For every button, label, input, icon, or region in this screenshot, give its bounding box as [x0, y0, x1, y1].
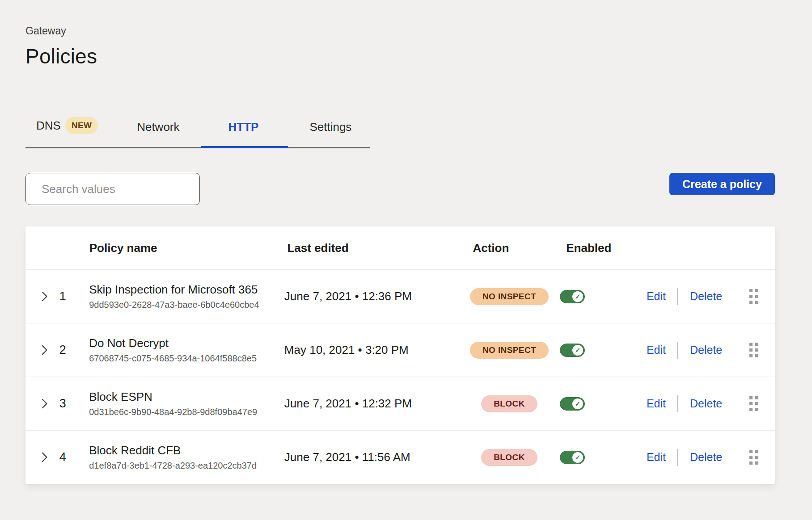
expand-row-button[interactable] — [42, 345, 48, 355]
last-edited: June 7, 2021 • 11:56 AM — [284, 450, 429, 464]
new-badge: NEW — [65, 117, 98, 134]
row-index: 3 — [59, 397, 68, 411]
policy-uuid: 9dd593e0-2628-47a3-baee-6b0c4e60cbe4 — [89, 300, 266, 310]
policy-uuid: 0d31be6c-9b90-48a4-92b8-9d8f09ba47e9 — [89, 407, 266, 417]
expand-row-button[interactable] — [42, 291, 48, 302]
tab-network-label: Network — [137, 120, 179, 134]
check-icon: ✓ — [575, 400, 581, 407]
drag-handle-icon[interactable] — [749, 289, 758, 304]
tab-settings[interactable]: Settings — [309, 120, 351, 147]
search-icon — [34, 183, 34, 195]
edit-link[interactable]: Edit — [647, 397, 666, 410]
edit-link[interactable]: Edit — [647, 344, 666, 356]
last-edited: June 7, 2021 • 12:32 PM — [284, 397, 429, 411]
enabled-toggle[interactable]: ✓ — [560, 290, 585, 303]
tab-network[interactable]: Network — [137, 120, 179, 147]
link-divider — [677, 395, 678, 412]
expand-row-button[interactable] — [42, 398, 48, 409]
expand-row-button[interactable] — [42, 452, 48, 462]
policy-name: Block ESPN — [89, 390, 266, 404]
row-index: 1 — [59, 289, 68, 303]
table-header-row: Policy name Last edited Action Enabled — [25, 226, 775, 269]
policy-uuid: 67068745-c075-4685-934a-1064f588c8e5 — [89, 353, 266, 364]
delete-link[interactable]: Delete — [690, 451, 722, 464]
tab-http-label: HTTP — [228, 120, 259, 134]
delete-link[interactable]: Delete — [690, 290, 722, 303]
tab-dns-label: DNS — [36, 119, 61, 133]
action-badge: BLOCK — [481, 395, 537, 412]
enabled-toggle[interactable]: ✓ — [560, 451, 585, 464]
link-divider — [677, 288, 678, 305]
delete-link[interactable]: Delete — [690, 397, 722, 410]
row-index: 2 — [59, 343, 68, 357]
action-badge: BLOCK — [481, 449, 537, 466]
edit-link[interactable]: Edit — [647, 451, 666, 464]
check-icon: ✓ — [575, 293, 581, 300]
check-icon: ✓ — [575, 347, 581, 353]
chevron-right-icon — [42, 398, 48, 409]
chevron-right-icon — [42, 452, 48, 462]
row-index: 4 — [59, 450, 68, 464]
enabled-toggle[interactable]: ✓ — [560, 397, 585, 411]
policy-name: Block Reddit CFB — [89, 444, 266, 457]
last-edited: May 10, 2021 • 3:20 PM — [284, 343, 429, 357]
toggle-knob: ✓ — [572, 398, 583, 409]
gateway-policies-page: Gateway Policies DNS NEW Network HTTP Se… — [0, 0, 775, 484]
toggle-knob: ✓ — [572, 345, 583, 356]
tab-http[interactable]: HTTP — [228, 120, 259, 147]
search-input[interactable] — [41, 182, 192, 197]
edit-link[interactable]: Edit — [647, 290, 666, 303]
page-title: Policies — [25, 44, 775, 68]
create-policy-button[interactable]: Create a policy — [669, 173, 775, 195]
tab-bar: DNS NEW Network HTTP Settings — [25, 117, 370, 148]
column-header-action: Action — [473, 241, 557, 255]
tab-dns[interactable]: DNS NEW — [36, 117, 98, 147]
column-header-enabled: Enabled — [566, 241, 633, 255]
enabled-toggle[interactable]: ✓ — [560, 344, 585, 357]
link-divider — [677, 449, 678, 466]
chevron-right-icon — [42, 345, 48, 355]
check-icon: ✓ — [575, 454, 581, 461]
table-row: 1 Skip Inspection for Microsoft 365 9dd5… — [25, 269, 775, 323]
chevron-right-icon — [42, 291, 48, 302]
policy-name: Skip Inspection for Microsoft 365 — [89, 283, 266, 297]
column-header-policy-name: Policy name — [89, 241, 270, 255]
drag-handle-icon[interactable] — [749, 450, 758, 465]
column-header-last-edited: Last edited — [287, 241, 434, 255]
last-edited: June 7, 2021 • 12:36 PM — [284, 289, 429, 303]
policy-name: Do Not Decrypt — [89, 336, 266, 350]
drag-handle-icon[interactable] — [749, 396, 758, 411]
policy-uuid: d1ef8a7d-3eb1-4728-a293-ea120c2cb37d — [89, 461, 266, 471]
link-divider — [677, 342, 678, 359]
toolbar: Create a policy — [25, 173, 775, 205]
toggle-knob: ✓ — [572, 291, 583, 302]
table-row: 3 Block ESPN 0d31be6c-9b90-48a4-92b8-9d8… — [25, 377, 775, 430]
action-badge: NO INSPECT — [470, 288, 549, 305]
action-badge: NO INSPECT — [470, 342, 549, 359]
toggle-knob: ✓ — [572, 452, 583, 463]
delete-link[interactable]: Delete — [690, 344, 722, 356]
policy-table: Policy name Last edited Action Enabled 1… — [25, 226, 775, 484]
breadcrumb: Gateway — [25, 25, 775, 37]
tab-settings-label: Settings — [309, 120, 351, 134]
search-box[interactable] — [25, 173, 200, 205]
table-row: 2 Do Not Decrypt 67068745-c075-4685-934a… — [25, 323, 775, 377]
table-row: 4 Block Reddit CFB d1ef8a7d-3eb1-4728-a2… — [25, 430, 775, 484]
drag-handle-icon[interactable] — [749, 343, 758, 357]
